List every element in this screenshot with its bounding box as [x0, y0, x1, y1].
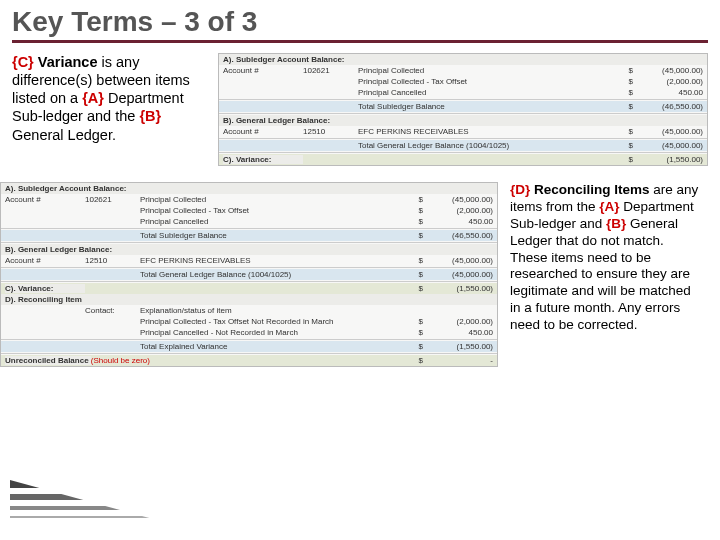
p1-row-acct: Account # 102621 Principal Collected $ (…	[219, 65, 707, 76]
p2-sec-d: D). Reconciling Item	[1, 294, 497, 305]
lbl2: EFC PERKINS RECEIVABLES	[140, 256, 411, 265]
dol: $	[411, 317, 423, 326]
p2-var: C). Variance: $ (1,550.00)	[1, 283, 497, 294]
lbl: Principal Cancelled	[358, 88, 621, 97]
title-underline	[12, 40, 708, 43]
lbl: C). Variance:	[223, 155, 303, 164]
val: 102621	[85, 195, 140, 204]
lbl2: Principal Collected	[140, 195, 411, 204]
lbl: Total Explained Variance	[140, 342, 411, 351]
lbl: Account #	[223, 66, 303, 75]
body-d-c: General Ledger that do not match. These …	[510, 216, 691, 332]
val: 12510	[303, 127, 358, 136]
val: 12510	[85, 256, 140, 265]
lbl2: EFC PERKINS RECEIVABLES	[358, 127, 621, 136]
lbl: Account #	[5, 195, 85, 204]
p1-tgl: Total General Ledger Balance (1004/1025)…	[219, 140, 707, 151]
text-block-c: {C} Variance is any difference(s) betwee…	[12, 53, 212, 166]
dol: $	[411, 328, 423, 337]
amt: (1,550.00)	[423, 342, 493, 351]
p1-row-pct: Principal Collected - Tax Offset $ (2,00…	[219, 76, 707, 87]
p1-row-gl: Account # 12510 EFC PERKINS RECEIVABLES …	[219, 126, 707, 137]
body-c-c: General Ledger.	[12, 127, 116, 143]
wedge-decoration	[10, 480, 230, 540]
lbl: Unreconciled Balance	[5, 356, 91, 365]
text-block-d: {D} Reconciling Items are any items from…	[504, 182, 704, 334]
dol: $	[411, 270, 423, 279]
amt: (1,550.00)	[423, 284, 493, 293]
dol: $	[621, 77, 633, 86]
dol: $	[621, 127, 633, 136]
panel-top: A). Subledger Account Balance: Account #…	[218, 53, 708, 166]
dol: $	[621, 155, 633, 164]
tag-b-in-c: {B}	[139, 108, 161, 124]
p2-row-gl: Account # 12510 EFC PERKINS RECEIVABLES …	[1, 255, 497, 266]
amt: (2,000.00)	[633, 77, 703, 86]
tag-d: {D}	[510, 182, 530, 197]
panel-bottom: A). Subledger Account Balance: Account #…	[0, 182, 498, 367]
tag-b-in-d: {B}	[606, 216, 626, 231]
dol: $	[411, 356, 423, 365]
p2-contact: Contact: Explanation/status of item	[1, 305, 497, 316]
lbl: Total Subledger Balance	[358, 102, 621, 111]
lbl: Principal Cancelled - Not Recorded in Ma…	[140, 328, 411, 337]
val: 102621	[303, 66, 358, 75]
lbl2: Explanation/status of item	[140, 306, 411, 315]
p1-tsb: Total Subledger Balance $ (46,550.00)	[219, 101, 707, 112]
page-title: Key Terms – 3 of 3	[0, 0, 720, 40]
dol: $	[621, 66, 633, 75]
head-c: Variance	[38, 54, 98, 70]
section-bottom: A). Subledger Account Balance: Account #…	[0, 182, 708, 367]
amt: (1,550.00)	[633, 155, 703, 164]
dol: $	[411, 217, 423, 226]
amt: (45,000.00)	[633, 66, 703, 75]
dol: $	[411, 195, 423, 204]
dol: $	[621, 102, 633, 111]
lbl: Total Subledger Balance	[140, 231, 411, 240]
lbl: Principal Collected - Tax Offset	[140, 206, 411, 215]
tag-a-in-c: {A}	[82, 90, 104, 106]
amt: (46,550.00)	[423, 231, 493, 240]
dol: $	[621, 141, 633, 150]
dol: $	[411, 342, 423, 351]
head-d: Reconciling Items	[534, 182, 650, 197]
p2-rec2: Principal Cancelled - Not Recorded in Ma…	[1, 327, 497, 338]
section-top: {C} Variance is any difference(s) betwee…	[12, 53, 708, 166]
lbl: Principal Cancelled	[140, 217, 411, 226]
p2-row-pct: Principal Collected - Tax Offset $ (2,00…	[1, 205, 497, 216]
dol: $	[411, 231, 423, 240]
p2-tsb: Total Subledger Balance $ (46,550.00)	[1, 230, 497, 241]
lbl: Contact:	[85, 306, 140, 315]
p1-var: C). Variance: $ (1,550.00)	[219, 154, 707, 165]
amt: (45,000.00)	[423, 270, 493, 279]
lbl: Total General Ledger Balance (1004/1025)	[358, 141, 621, 150]
amt: (45,000.00)	[633, 141, 703, 150]
lbl: Account #	[5, 256, 85, 265]
dol: $	[411, 256, 423, 265]
amt: 450.00	[423, 328, 493, 337]
p2-rec1: Principal Collected - Tax Offset Not Rec…	[1, 316, 497, 327]
amt: (46,550.00)	[633, 102, 703, 111]
lbl: Total General Ledger Balance (1004/1025)	[140, 270, 411, 279]
p2-tev: Total Explained Variance $ (1,550.00)	[1, 341, 497, 352]
p2-sec-a: A). Subledger Account Balance:	[1, 183, 497, 194]
amt: 450.00	[423, 217, 493, 226]
amt: (45,000.00)	[423, 256, 493, 265]
amt: (45,000.00)	[423, 195, 493, 204]
p1-sec-a: A). Subledger Account Balance:	[219, 54, 707, 65]
p2-unrec: Unreconciled Balance (Should be zero) $ …	[1, 355, 497, 366]
p1-row-pcn: Principal Cancelled $ 450.00	[219, 87, 707, 98]
p2-tgl: Total General Ledger Balance (1004/1025)…	[1, 269, 497, 280]
amt: (45,000.00)	[633, 127, 703, 136]
amt: -	[423, 356, 493, 365]
lbl: Principal Collected - Tax Offset Not Rec…	[140, 317, 411, 326]
lbl: Account #	[223, 127, 303, 136]
p2-row-pcn: Principal Cancelled $ 450.00	[1, 216, 497, 227]
p1-sec-b: B). General Ledger Balance:	[219, 115, 707, 126]
dol: $	[621, 88, 633, 97]
dol: $	[411, 206, 423, 215]
p2-sec-b: B). General Ledger Balance:	[1, 244, 497, 255]
amt: (2,000.00)	[423, 206, 493, 215]
tag-c: {C}	[12, 54, 34, 70]
tag-a-in-d: {A}	[599, 199, 619, 214]
